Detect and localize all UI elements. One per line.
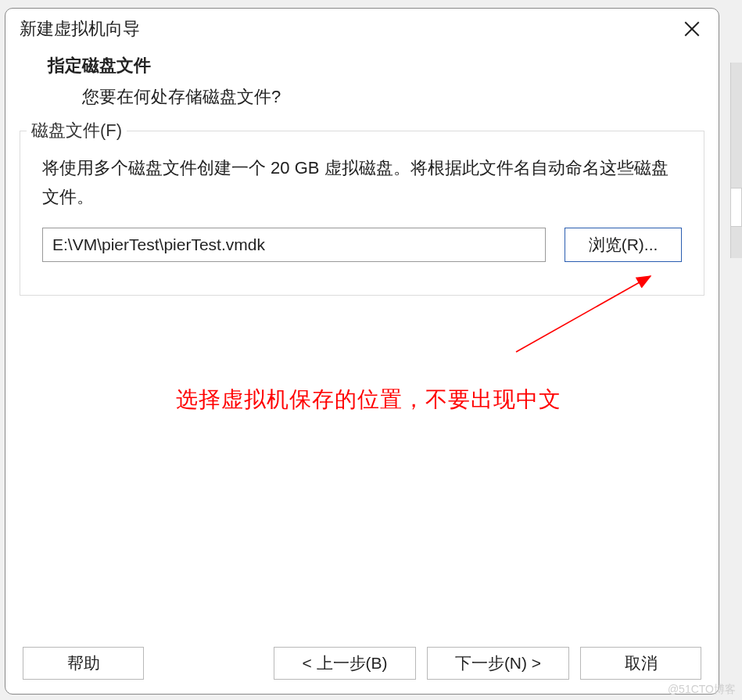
background-strip-marker	[730, 188, 742, 227]
cancel-button[interactable]: 取消	[580, 647, 701, 680]
content-area: 磁盘文件(F) 将使用多个磁盘文件创建一个 20 GB 虚拟磁盘。将根据此文件名…	[5, 131, 719, 637]
titlebar: 新建虚拟机向导	[5, 9, 719, 48]
watermark: @51CTO博客	[668, 683, 736, 697]
back-button[interactable]: < 上一步(B)	[274, 647, 416, 680]
help-button[interactable]: 帮助	[23, 647, 144, 680]
dialog-title: 新建虚拟机向导	[20, 17, 140, 41]
close-button[interactable]	[679, 16, 704, 41]
browse-button[interactable]: 浏览(R)...	[565, 228, 682, 262]
page-subheading: 您要在何处存储磁盘文件?	[48, 85, 703, 109]
footer-button-row: 帮助 < 上一步(B) 下一步(N) > 取消	[5, 637, 719, 694]
page-heading: 指定磁盘文件	[48, 54, 703, 77]
disk-file-fieldset: 磁盘文件(F) 将使用多个磁盘文件创建一个 20 GB 虚拟磁盘。将根据此文件名…	[20, 131, 704, 296]
new-vm-wizard-dialog: 新建虚拟机向导 指定磁盘文件 您要在何处存储磁盘文件? 磁盘文件(F) 将使用多…	[5, 8, 719, 695]
footer-spacer	[155, 647, 263, 680]
background-strip	[730, 63, 742, 258]
disk-path-input[interactable]	[42, 228, 546, 262]
fieldset-legend: 磁盘文件(F)	[27, 119, 127, 142]
path-input-row: 浏览(R)...	[42, 228, 682, 262]
disk-description: 将使用多个磁盘文件创建一个 20 GB 虚拟磁盘。将根据此文件名自动命名这些磁盘…	[42, 153, 682, 212]
next-button[interactable]: 下一步(N) >	[427, 647, 569, 680]
close-icon	[684, 21, 700, 37]
